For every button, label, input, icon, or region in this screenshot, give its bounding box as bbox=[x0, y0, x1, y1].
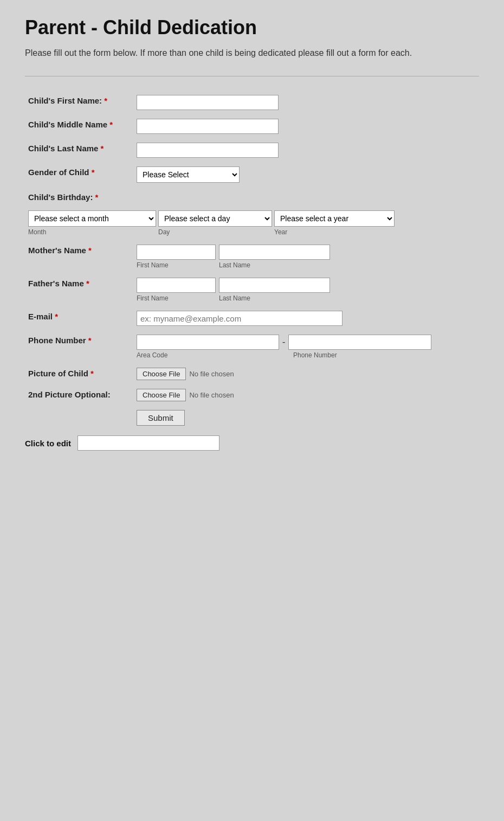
area-code-sublabel: Area Code bbox=[137, 351, 279, 359]
picture2-label: 2nd Picture Optional: bbox=[25, 384, 133, 406]
picture-label: Picture of Child * bbox=[25, 363, 133, 384]
mothers-name-pair: First Name Last Name bbox=[137, 245, 476, 269]
form-table: Child's First Name: * Child's Middle Nam… bbox=[25, 91, 479, 430]
picture2-input-cell: Choose File No file chosen bbox=[133, 384, 479, 406]
day-sublabel: Day bbox=[158, 228, 272, 236]
fathers-name-pair: First Name Last Name bbox=[137, 278, 476, 302]
mothers-name-inputs bbox=[137, 245, 476, 260]
fathers-name-input-cell: First Name Last Name bbox=[133, 273, 479, 306]
divider bbox=[25, 76, 479, 76]
child-first-name-input[interactable] bbox=[137, 95, 279, 110]
fathers-name-row: Father's Name * First Name Last Name bbox=[25, 273, 479, 306]
phone-row: Phone Number * - Area Code Phone Number bbox=[25, 330, 479, 363]
required-star-first-name: * bbox=[104, 96, 107, 105]
click-to-edit-input[interactable] bbox=[77, 435, 219, 451]
child-middle-name-row: Child's Middle Name * bbox=[25, 114, 479, 138]
required-star-last-name: * bbox=[101, 144, 104, 153]
picture-choose-file-button[interactable]: Choose File bbox=[137, 368, 186, 380]
fathers-last-name-sublabel: Last Name bbox=[219, 294, 330, 302]
phone-inputs: - bbox=[137, 335, 476, 350]
picture-no-file-text: No file chosen bbox=[189, 370, 234, 378]
birthday-dropdowns: Please select a month January February M… bbox=[28, 210, 476, 227]
picture2-row: 2nd Picture Optional: Choose File No fil… bbox=[25, 384, 479, 406]
phone-label: Phone Number * bbox=[25, 330, 133, 363]
mothers-name-labels: First Name Last Name bbox=[137, 261, 476, 269]
gender-select[interactable]: Please Select Male Female bbox=[137, 166, 240, 183]
required-star-gender: * bbox=[92, 168, 95, 177]
birthday-label: Child's Birthday: * bbox=[25, 187, 133, 206]
mothers-name-row: Mother's Name * First Name Last Name bbox=[25, 240, 479, 273]
picture-row: Picture of Child * Choose File No file c… bbox=[25, 363, 479, 384]
mothers-last-name-sublabel: Last Name bbox=[219, 261, 330, 269]
required-star-mother: * bbox=[88, 246, 92, 255]
birthday-year-select[interactable]: Please select a year for(let y=2024;y>=1… bbox=[274, 210, 395, 227]
fathers-first-name-input[interactable] bbox=[137, 278, 216, 293]
phone-field-wrapper: - Area Code Phone Number bbox=[137, 335, 476, 359]
picture2-choose-file-button[interactable]: Choose File bbox=[137, 389, 186, 401]
submit-row: Submit bbox=[25, 406, 479, 430]
fathers-name-inputs bbox=[137, 278, 476, 293]
page-subtitle: Please fill out the form below. If more … bbox=[25, 47, 479, 60]
picture2-file-wrapper: Choose File No file chosen bbox=[137, 389, 476, 401]
child-last-name-row: Child's Last Name * bbox=[25, 138, 479, 162]
child-last-name-input-cell bbox=[133, 138, 479, 162]
email-row: E-mail * bbox=[25, 306, 479, 330]
birthday-selects-row: Please select a month January February M… bbox=[25, 206, 479, 240]
child-last-name-label: Child's Last Name * bbox=[25, 138, 133, 162]
submit-button[interactable]: Submit bbox=[137, 410, 185, 426]
fathers-name-labels: First Name Last Name bbox=[137, 294, 476, 302]
mothers-name-label: Mother's Name * bbox=[25, 240, 133, 273]
child-last-name-input[interactable] bbox=[137, 143, 279, 158]
picture-input-cell: Choose File No file chosen bbox=[133, 363, 479, 384]
email-input[interactable] bbox=[137, 311, 343, 326]
fathers-last-name-input[interactable] bbox=[219, 278, 330, 293]
picture2-no-file-text: No file chosen bbox=[189, 391, 234, 399]
required-star-phone: * bbox=[88, 336, 92, 345]
child-first-name-row: Child's First Name: * bbox=[25, 91, 479, 114]
phone-number-input[interactable] bbox=[288, 335, 431, 350]
birthday-labels: Month Day Year bbox=[28, 228, 476, 236]
child-first-name-label: Child's First Name: * bbox=[25, 91, 133, 114]
required-star-picture: * bbox=[91, 369, 94, 378]
child-middle-name-input[interactable] bbox=[137, 119, 279, 134]
picture-file-wrapper: Choose File No file chosen bbox=[137, 368, 476, 380]
year-sublabel: Year bbox=[274, 228, 395, 236]
child-middle-name-label: Child's Middle Name * bbox=[25, 114, 133, 138]
birthday-selects-cell: Please select a month January February M… bbox=[25, 206, 479, 240]
required-star-father: * bbox=[86, 279, 89, 288]
phone-labels: Area Code Phone Number bbox=[137, 351, 476, 359]
area-code-input[interactable] bbox=[137, 335, 279, 350]
required-star-middle-name: * bbox=[109, 120, 113, 129]
phone-number-sublabel: Phone Number bbox=[281, 351, 424, 359]
birthday-section: Please select a month January February M… bbox=[28, 210, 476, 236]
email-label: E-mail * bbox=[25, 306, 133, 330]
gender-label: Gender of Child * bbox=[25, 162, 133, 187]
birthday-day-select[interactable]: Please select a day for(let i=1;i<=31;i+… bbox=[158, 210, 272, 227]
birthday-month-select[interactable]: Please select a month January February M… bbox=[28, 210, 156, 227]
birthday-label-row: Child's Birthday: * bbox=[25, 187, 479, 206]
month-sublabel: Month bbox=[28, 228, 156, 236]
submit-cell: Submit bbox=[133, 406, 479, 430]
required-star-email: * bbox=[55, 312, 58, 321]
birthday-cell bbox=[133, 187, 479, 206]
child-first-name-input-cell bbox=[133, 91, 479, 114]
gender-row: Gender of Child * Please Select Male Fem… bbox=[25, 162, 479, 187]
child-middle-name-input-cell bbox=[133, 114, 479, 138]
fathers-first-name-sublabel: First Name bbox=[137, 294, 216, 302]
mothers-last-name-input[interactable] bbox=[219, 245, 330, 260]
required-star-birthday: * bbox=[95, 193, 99, 202]
phone-input-cell: - Area Code Phone Number bbox=[133, 330, 479, 363]
email-input-cell bbox=[133, 306, 479, 330]
fathers-name-label: Father's Name * bbox=[25, 273, 133, 306]
page-title: Parent - Child Dedication bbox=[25, 16, 479, 39]
click-to-edit-label: Click to edit bbox=[25, 439, 71, 448]
mothers-first-name-input[interactable] bbox=[137, 245, 216, 260]
phone-separator: - bbox=[281, 337, 286, 347]
mothers-name-input-cell: First Name Last Name bbox=[133, 240, 479, 273]
click-to-edit-row: Click to edit bbox=[25, 430, 479, 451]
mothers-first-name-sublabel: First Name bbox=[137, 261, 216, 269]
gender-input-cell: Please Select Male Female bbox=[133, 162, 479, 187]
